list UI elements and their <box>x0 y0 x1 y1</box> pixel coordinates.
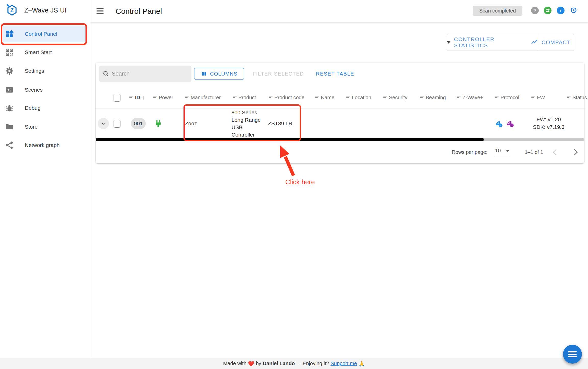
chevron-down-icon <box>506 150 509 152</box>
zwave-blue-icon: z <box>494 119 504 128</box>
column-header-status[interactable]: Status <box>567 87 587 108</box>
menu-toggle-icon[interactable] <box>96 8 104 14</box>
filter-icon <box>420 96 424 100</box>
sidebar-item-network-graph[interactable]: Network graph <box>0 137 90 154</box>
filter-icon <box>269 96 273 100</box>
gear-icon <box>5 67 14 75</box>
compact-label: COMPACT <box>542 39 571 45</box>
sidebar-item-label: Control Panel <box>25 31 57 37</box>
rows-per-page-select[interactable]: 10 <box>495 148 509 156</box>
columns-label: COLUMNS <box>210 71 237 77</box>
svg-text:z: z <box>500 124 501 127</box>
sidebar-item-label: Network graph <box>25 142 60 148</box>
column-header-fw[interactable]: FW <box>531 87 545 108</box>
controller-statistics-button[interactable]: CONTROLLER STATISTICS <box>447 34 538 51</box>
filter-icon <box>233 96 237 100</box>
scenes-icon <box>5 85 14 94</box>
search-box <box>99 66 191 82</box>
filter-icon <box>383 96 387 100</box>
appbar: Control Panel Scan completed ? i <box>90 0 588 22</box>
filter-icon <box>346 96 350 100</box>
column-header-protocol[interactable]: Protocol <box>495 87 519 108</box>
row-checkbox[interactable] <box>114 108 120 139</box>
app-title: Z–Wave JS UI <box>24 7 67 14</box>
scrollbar-thumb[interactable] <box>96 138 484 141</box>
share-icon <box>5 141 14 150</box>
view-columns-icon <box>201 71 207 77</box>
annotation-click-here-label: Click here <box>285 178 315 186</box>
compact-button[interactable]: COMPACT <box>538 34 574 51</box>
column-header-name[interactable]: Name <box>315 87 334 108</box>
column-header-id[interactable]: ID ↑ <box>129 87 145 108</box>
filter-icon <box>495 96 499 100</box>
bug-icon <box>5 104 14 112</box>
pray-emoji: 🙏 <box>359 361 365 367</box>
swap-icon[interactable] <box>544 7 552 14</box>
sdk-version: SDK: v7.19.3 <box>530 123 568 131</box>
table-header-row: ID ↑ Power Manufacturer Product Product … <box>96 87 584 108</box>
column-header-manufacturer[interactable]: Manufacturer <box>185 87 221 108</box>
search-icon <box>103 70 109 77</box>
sidebar-item-label: Store <box>25 124 38 130</box>
page-title: Control Panel <box>116 7 162 16</box>
help-icon[interactable]: ? <box>531 7 539 14</box>
reset-table-button[interactable]: RESET TABLE <box>312 68 358 80</box>
previous-page-button[interactable] <box>554 141 558 163</box>
zwave-logo-icon: Z <box>5 3 19 17</box>
table-row: 001 Zooz 800 Series Long Range USB Contr… <box>96 108 584 139</box>
scan-status-label: Scan completed <box>479 8 516 14</box>
column-header-beaming[interactable]: Beaming <box>420 87 446 108</box>
chart-line-icon <box>531 39 538 46</box>
filter-selected-button[interactable]: FILTER SELECTED <box>249 68 308 80</box>
column-header-product-code[interactable]: Product code <box>269 87 304 108</box>
sidebar-item-control-panel[interactable]: Control Panel <box>2 26 86 42</box>
info-icon[interactable]: i <box>557 7 565 14</box>
sidebar-item-label: Scenes <box>25 87 43 93</box>
svg-text:z: z <box>511 124 512 127</box>
sidebar-item-label: Smart Start <box>25 49 52 55</box>
sort-asc-icon: ↑ <box>142 95 145 101</box>
controller-statistics-label: CONTROLLER STATISTICS <box>454 36 528 48</box>
power-plug-icon <box>154 108 163 139</box>
sidebar-item-smart-start[interactable]: Smart Start <box>0 44 90 61</box>
column-header-location[interactable]: Location <box>346 87 371 108</box>
select-all-checkbox[interactable] <box>114 87 120 108</box>
sidebar-item-scenes[interactable]: Scenes <box>0 81 90 98</box>
search-input[interactable] <box>112 70 183 77</box>
sidebar-item-debug[interactable]: Debug <box>0 100 90 116</box>
filter-icon <box>153 96 157 100</box>
filter-icon <box>531 96 535 100</box>
folder-icon <box>5 122 14 131</box>
chevron-down-icon <box>101 121 106 126</box>
sidebar-item-settings[interactable]: Settings <box>0 63 90 79</box>
support-me-link[interactable]: Support me <box>330 361 357 366</box>
sidebar-item-store[interactable]: Store <box>0 118 90 135</box>
expand-row-button[interactable] <box>98 108 109 139</box>
menu-icon <box>568 351 577 357</box>
column-header-power[interactable]: Power <box>153 87 173 108</box>
sidebar-item-label: Debug <box>25 105 41 111</box>
columns-button[interactable]: COLUMNS <box>194 68 244 80</box>
pagination-range-label: 1–1 of 1 <box>525 141 543 163</box>
app-logo-row: Z Z–Wave JS UI <box>0 0 90 22</box>
svg-text:Z: Z <box>10 7 14 14</box>
author-name: Daniel Lando <box>263 361 295 366</box>
horizontal-scrollbar[interactable] <box>96 138 584 141</box>
next-page-button[interactable] <box>572 141 577 163</box>
scan-status-chip: Scan completed <box>473 6 522 16</box>
fab-menu-button[interactable] <box>563 345 582 364</box>
filter-icon <box>129 96 133 100</box>
footer: Made with ❤️ by Daniel Lando – Enjoying … <box>0 358 588 369</box>
column-header-security[interactable]: Security <box>383 87 407 108</box>
fw-version: FW: v1.20 <box>530 116 568 123</box>
product-cell: 800 Series Long Range USB Controller <box>231 108 264 139</box>
column-header-zwave-plus[interactable]: Z-Wave+ <box>457 87 483 108</box>
column-header-product[interactable]: Product <box>233 87 256 108</box>
rows-per-page-label: Rows per page: <box>452 141 487 163</box>
history-icon[interactable] <box>570 7 578 14</box>
sidebar: Z Z–Wave JS UI Control Panel <box>0 0 90 369</box>
filter-icon <box>457 96 461 100</box>
qr-code-icon <box>5 48 14 57</box>
filter-icon <box>315 96 319 100</box>
chevron-down-icon <box>447 41 450 44</box>
